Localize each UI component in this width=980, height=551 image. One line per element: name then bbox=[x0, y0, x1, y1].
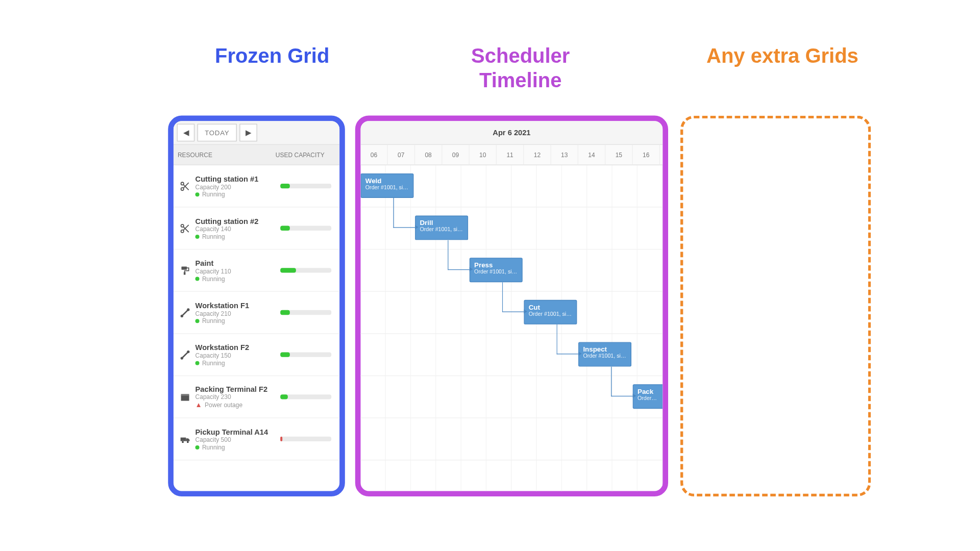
resource-capacity-label: Capacity 140 bbox=[195, 226, 281, 232]
resource-status: Running bbox=[195, 191, 281, 197]
hour-cell: 08 bbox=[415, 145, 442, 165]
resource-status-text: Running bbox=[202, 191, 225, 197]
resource-name: Cutting station #2 bbox=[195, 217, 281, 225]
task-subtitle: Order… bbox=[638, 395, 668, 401]
resource-row[interactable]: Packing Terminal F2Capacity 230▲Power ou… bbox=[174, 376, 339, 418]
task-block[interactable]: WeldOrder #1001, size:… bbox=[360, 173, 413, 198]
today-button[interactable]: TODAY bbox=[198, 124, 237, 142]
col-header-resource: RESOURCE bbox=[174, 152, 276, 158]
hour-cell: 13 bbox=[551, 145, 578, 165]
svg-rect-15 bbox=[181, 394, 189, 396]
resource-name: Workstation F2 bbox=[195, 343, 281, 351]
resource-row[interactable]: Workstation F2Capacity 150Running bbox=[174, 334, 339, 377]
resource-name: Packing Terminal F2 bbox=[195, 385, 281, 393]
capacity-bar bbox=[280, 394, 331, 399]
paint-icon bbox=[178, 265, 192, 276]
timeline-row[interactable] bbox=[360, 418, 663, 461]
task-block[interactable]: CutOrder #1001, size:… bbox=[524, 300, 577, 324]
resource-row[interactable]: Cutting station #1Capacity 200Running bbox=[174, 165, 339, 208]
svg-point-11 bbox=[181, 314, 183, 317]
resource-capacity-label: Capacity 500 bbox=[195, 436, 281, 443]
resource-capacity-label: Capacity 210 bbox=[195, 310, 281, 316]
task-block[interactable]: PackOrder… bbox=[633, 384, 668, 409]
resource-row[interactable]: Pickup Terminal A14Capacity 500Running bbox=[174, 418, 339, 461]
resource-status-text: Running bbox=[202, 444, 225, 450]
hour-cell: 09 bbox=[442, 145, 469, 165]
timeline-row[interactable] bbox=[360, 376, 663, 418]
resource-name: Pickup Terminal A14 bbox=[195, 428, 281, 436]
frozen-grid-panel: ◀ TODAY ▶ RESOURCE USED CAPACITY Cutting… bbox=[168, 116, 345, 496]
hour-cell: 12 bbox=[524, 145, 551, 165]
task-title: Pack bbox=[638, 388, 668, 395]
timeline-date: Apr 6 2021 bbox=[360, 121, 663, 145]
hour-cell: 11 bbox=[497, 145, 524, 165]
svg-point-12 bbox=[187, 350, 189, 353]
resource-capacity-label: Capacity 150 bbox=[195, 352, 281, 359]
svg-rect-9 bbox=[184, 272, 186, 274]
resource-name: Paint bbox=[195, 259, 281, 267]
chevron-left-icon: ◀ bbox=[183, 128, 189, 137]
task-title: Weld bbox=[365, 177, 409, 185]
svg-point-10 bbox=[187, 308, 189, 311]
extra-grids-panel bbox=[680, 116, 871, 496]
resource-capacity-label: Capacity 200 bbox=[195, 183, 281, 190]
capacity-bar bbox=[280, 184, 331, 188]
task-title: Drill bbox=[420, 219, 463, 227]
resource-status-text: Running bbox=[202, 275, 225, 282]
hour-cell: 15 bbox=[605, 145, 632, 165]
task-subtitle: Order #1001, size:… bbox=[529, 311, 572, 317]
scissors-icon bbox=[178, 223, 192, 234]
svg-rect-14 bbox=[181, 395, 189, 400]
task-block[interactable]: PressOrder #1001, size:… bbox=[470, 258, 523, 282]
frozen-toolbar: ◀ TODAY ▶ bbox=[174, 121, 339, 145]
task-title: Cut bbox=[529, 304, 572, 311]
status-dot-icon bbox=[195, 445, 200, 449]
resource-status-text: Running bbox=[202, 317, 225, 324]
truck-icon bbox=[178, 434, 192, 444]
timeline-hours-header: 0607080910111213141516 bbox=[360, 145, 663, 165]
task-title: Press bbox=[474, 261, 518, 269]
task-subtitle: Order #1001, size:… bbox=[474, 269, 518, 275]
task-title: Inspect bbox=[583, 345, 626, 353]
next-button[interactable]: ▶ bbox=[239, 124, 257, 142]
hour-cell: 14 bbox=[578, 145, 605, 165]
status-dot-icon bbox=[195, 277, 200, 281]
capacity-bar bbox=[280, 268, 331, 272]
svg-point-17 bbox=[182, 441, 184, 443]
resource-row[interactable]: Cutting station #2Capacity 140Running bbox=[174, 208, 339, 250]
chevron-right-icon: ▶ bbox=[246, 128, 251, 137]
capacity-bar bbox=[280, 437, 331, 441]
frozen-header: RESOURCE USED CAPACITY bbox=[174, 145, 339, 165]
task-subtitle: Order #1001, size:… bbox=[420, 227, 463, 233]
timeline-row[interactable] bbox=[360, 208, 663, 250]
svg-rect-8 bbox=[181, 266, 187, 269]
task-block[interactable]: InspectOrder #1001, size:… bbox=[578, 342, 631, 366]
resource-row[interactable]: PaintCapacity 110Running bbox=[174, 249, 339, 292]
hour-cell: 10 bbox=[470, 145, 497, 165]
resource-status: Running bbox=[195, 275, 281, 282]
resource-row[interactable]: Workstation F1Capacity 210Running bbox=[174, 292, 339, 334]
hour-cell: 16 bbox=[633, 145, 660, 165]
resource-status-text: Power outage bbox=[205, 402, 242, 408]
status-dot-icon bbox=[195, 319, 200, 323]
capacity-bar bbox=[280, 352, 331, 357]
section-label-extra: Any extra Grids bbox=[701, 43, 864, 68]
resource-status: Running bbox=[195, 359, 281, 366]
resource-status: Running bbox=[195, 444, 281, 450]
hour-cell: 06 bbox=[360, 145, 387, 165]
status-dot-icon bbox=[195, 192, 200, 196]
resource-status-text: Running bbox=[202, 233, 225, 240]
resource-capacity-label: Capacity 230 bbox=[195, 394, 281, 400]
resource-capacity-label: Capacity 110 bbox=[195, 268, 281, 274]
resource-status: Running bbox=[195, 317, 281, 324]
status-dot-icon bbox=[195, 361, 200, 365]
resource-name: Cutting station #1 bbox=[195, 174, 281, 183]
tools-icon bbox=[178, 349, 192, 360]
resource-status-text: Running bbox=[202, 359, 225, 366]
tools-icon bbox=[178, 307, 192, 318]
task-block[interactable]: DrillOrder #1001, size:… bbox=[415, 216, 468, 240]
timeline-body[interactable]: WeldOrder #1001, size:…DrillOrder #1001,… bbox=[360, 165, 663, 491]
section-label-frozen: Frozen Grid bbox=[204, 43, 340, 68]
prev-button[interactable]: ◀ bbox=[177, 124, 195, 142]
timeline-row[interactable] bbox=[360, 292, 663, 334]
